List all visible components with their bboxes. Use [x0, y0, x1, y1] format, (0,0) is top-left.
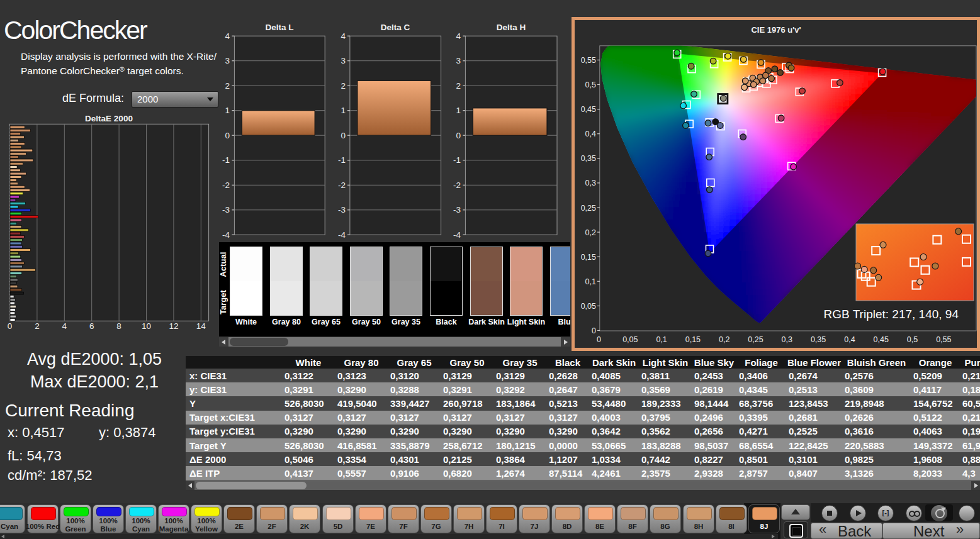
svg-text:0,2: 0,2 [585, 228, 596, 237]
svg-text:0,3: 0,3 [585, 179, 596, 187]
svg-text:-4: -4 [222, 230, 230, 240]
svg-text:Delta H: Delta H [497, 23, 526, 32]
svg-text:-4: -4 [453, 230, 461, 240]
svg-text:2: 2 [35, 321, 40, 331]
svg-text:0,25: 0,25 [748, 335, 763, 344]
svg-text:-2: -2 [453, 181, 461, 190]
svg-text:-1: -1 [338, 155, 346, 165]
svg-text:3: 3 [341, 56, 346, 65]
svg-text:0,25: 0,25 [581, 204, 596, 213]
svg-text:-4: -4 [338, 230, 346, 240]
svg-text:4: 4 [62, 321, 67, 331]
svg-text:0: 0 [341, 131, 346, 140]
svg-text:0,45: 0,45 [581, 105, 596, 114]
svg-text:-1: -1 [222, 155, 230, 165]
svg-text:0,1: 0,1 [585, 277, 596, 286]
svg-text:CIE 1976 u'v': CIE 1976 u'v' [751, 25, 801, 35]
svg-text:-2: -2 [338, 181, 346, 190]
svg-text:8: 8 [116, 321, 121, 331]
svg-text:-3: -3 [222, 205, 230, 214]
svg-text:3: 3 [225, 56, 230, 65]
svg-text:0,45: 0,45 [874, 335, 889, 344]
svg-text:4: 4 [456, 31, 461, 41]
svg-text:12: 12 [169, 321, 178, 331]
svg-text:0,2: 0,2 [719, 335, 729, 344]
svg-text:0,05: 0,05 [581, 302, 596, 311]
svg-text:3: 3 [456, 56, 461, 65]
svg-text:-1: -1 [453, 155, 461, 165]
svg-text:0,05: 0,05 [622, 335, 638, 344]
svg-text:-2: -2 [222, 181, 230, 190]
svg-text:0,5: 0,5 [585, 81, 596, 89]
svg-text:0: 0 [456, 131, 461, 140]
svg-text:0,15: 0,15 [581, 253, 596, 262]
svg-text:0,3: 0,3 [782, 335, 792, 344]
svg-text:0,1: 0,1 [656, 335, 667, 344]
svg-text:0,5: 0,5 [907, 335, 918, 344]
svg-text:RGB Triplet: 217, 140, 94: RGB Triplet: 217, 140, 94 [824, 308, 959, 321]
svg-text:0,35: 0,35 [811, 335, 826, 344]
svg-text:0,55: 0,55 [936, 335, 951, 344]
svg-text:0,4: 0,4 [585, 130, 596, 138]
svg-text:0,35: 0,35 [581, 154, 596, 163]
svg-text:0: 0 [592, 326, 596, 335]
svg-text:2: 2 [341, 81, 346, 91]
svg-text:0,15: 0,15 [685, 335, 701, 344]
svg-text:10: 10 [142, 321, 151, 331]
svg-text:4: 4 [341, 31, 346, 41]
svg-text:0,55: 0,55 [581, 56, 596, 65]
svg-text:2: 2 [456, 81, 461, 91]
svg-text:0: 0 [225, 131, 230, 140]
svg-text:1: 1 [225, 106, 230, 115]
svg-text:6: 6 [89, 321, 94, 331]
svg-text:-3: -3 [338, 205, 346, 214]
svg-text:0,4: 0,4 [844, 335, 855, 344]
svg-text:1: 1 [341, 106, 346, 115]
svg-text:4: 4 [225, 31, 230, 41]
svg-text:14: 14 [196, 321, 206, 331]
svg-text:Delta L: Delta L [265, 23, 293, 32]
svg-text:Delta C: Delta C [381, 23, 410, 32]
svg-text:0: 0 [597, 335, 601, 344]
svg-text:0: 0 [8, 321, 13, 331]
svg-text:-3: -3 [453, 205, 461, 214]
svg-text:1: 1 [456, 106, 461, 115]
svg-text:2: 2 [225, 81, 230, 91]
